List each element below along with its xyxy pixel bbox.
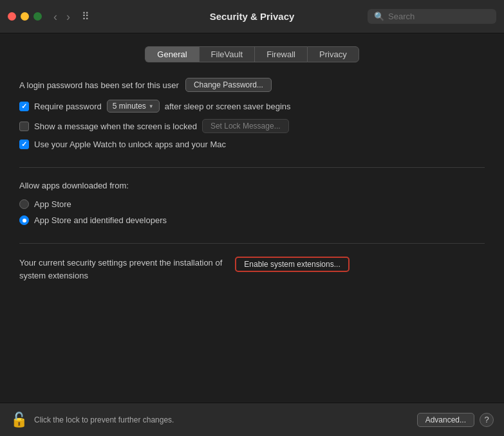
tab-general[interactable]: General — [145, 46, 198, 62]
set-lock-message-button[interactable]: Set Lock Message... — [202, 119, 289, 133]
radio-section: App Store App Store and identified devel… — [19, 199, 485, 225]
grid-icon[interactable]: ⠿ — [82, 10, 89, 23]
advanced-button[interactable]: Advanced... — [417, 413, 474, 427]
maximize-button[interactable] — [33, 12, 42, 21]
ext-text-line1: Your current security settings prevent t… — [19, 258, 222, 268]
main-content: General FileVault Firewall Privacy A log… — [0, 33, 504, 403]
apple-watch-checkbox[interactable] — [19, 140, 29, 149]
radio-app-store-row: App Store — [19, 199, 485, 209]
titlebar: ‹ › ⠿ Security & Privacy 🔍 — [0, 0, 504, 33]
require-password-checkbox[interactable] — [19, 102, 29, 111]
ext-description: Your current security settings prevent t… — [19, 257, 222, 282]
radio-app-store-developers[interactable] — [19, 215, 29, 225]
tab-privacy[interactable]: Privacy — [307, 46, 359, 62]
divider-2 — [19, 243, 485, 244]
search-box[interactable]: 🔍 — [368, 9, 496, 24]
radio-app-store-developers-row: App Store and identified developers — [19, 215, 485, 225]
window-title: Security & Privacy — [210, 11, 295, 22]
login-password-text: A login password has been set for this u… — [19, 80, 179, 90]
tab-firewall[interactable]: Firewall — [254, 46, 307, 62]
traffic-lights — [8, 12, 42, 21]
password-timeout-dropdown[interactable]: 5 minutes — [107, 100, 160, 113]
search-input[interactable] — [388, 12, 490, 21]
system-extensions-section: Your current security settings prevent t… — [19, 257, 485, 282]
login-password-row: A login password has been set for this u… — [19, 78, 485, 92]
require-password-label-suffix: after sleep or screen saver begins — [165, 102, 291, 111]
forward-button[interactable]: › — [64, 10, 73, 24]
show-message-checkbox[interactable] — [19, 122, 29, 131]
require-password-label-prefix: Require password — [34, 102, 102, 111]
search-icon: 🔍 — [374, 12, 384, 21]
lock-icon[interactable]: 🔓 — [10, 412, 28, 428]
allow-apps-section: Allow apps downloaded from: App Store Ap… — [19, 181, 485, 225]
radio-app-store-label: App Store — [34, 199, 71, 209]
login-password-section: A login password has been set for this u… — [19, 78, 485, 149]
back-button[interactable]: ‹ — [51, 10, 60, 24]
allow-apps-heading: Allow apps downloaded from: — [19, 181, 485, 190]
bottombar: 🔓 Click the lock to prevent further chan… — [0, 403, 504, 436]
show-message-row: Show a message when the screen is locked… — [19, 119, 485, 133]
lock-text: Click the lock to prevent further change… — [34, 415, 174, 424]
divider-1 — [19, 167, 485, 168]
nav-buttons: ‹ › — [51, 10, 73, 24]
radio-app-store[interactable] — [19, 199, 29, 209]
minimize-button[interactable] — [21, 12, 29, 21]
help-button[interactable]: ? — [480, 413, 494, 427]
close-button[interactable] — [8, 12, 16, 21]
tab-bar: General FileVault Firewall Privacy — [19, 46, 485, 62]
ext-text-line2: system extensions — [19, 271, 88, 280]
require-password-row: Require password 5 minutes after sleep o… — [19, 100, 485, 113]
radio-app-store-developers-label: App Store and identified developers — [34, 215, 167, 225]
change-password-button[interactable]: Change Password... — [185, 78, 272, 92]
enable-system-extensions-button[interactable]: Enable system extensions... — [235, 257, 349, 272]
show-message-label: Show a message when the screen is locked — [34, 122, 197, 131]
apple-watch-row: Use your Apple Watch to unlock apps and … — [19, 140, 485, 149]
tab-filevault[interactable]: FileVault — [199, 46, 255, 62]
apple-watch-label: Use your Apple Watch to unlock apps and … — [34, 140, 226, 149]
bottom-right-buttons: Advanced... ? — [417, 413, 494, 427]
